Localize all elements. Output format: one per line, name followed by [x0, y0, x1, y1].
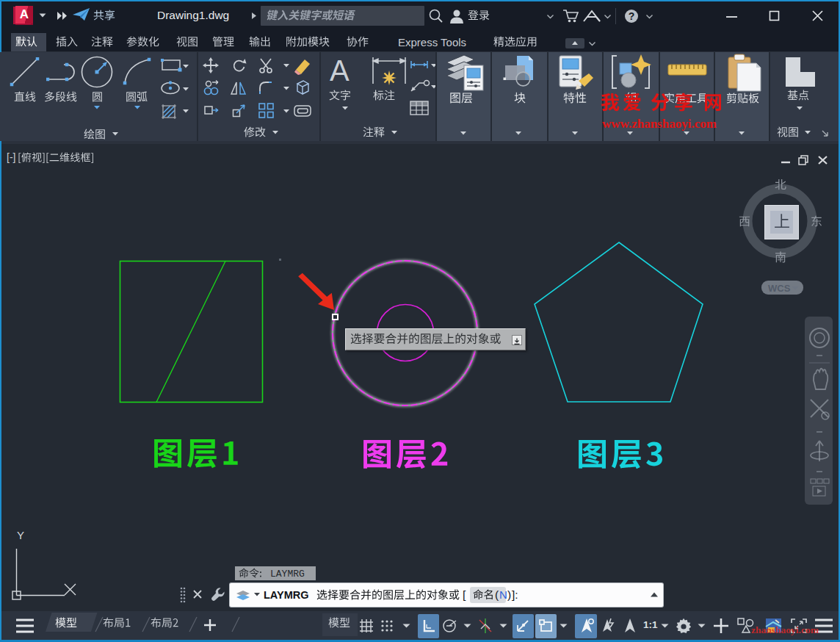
svg-text:Y: Y	[17, 529, 24, 541]
svg-text:?: ?	[629, 10, 635, 22]
